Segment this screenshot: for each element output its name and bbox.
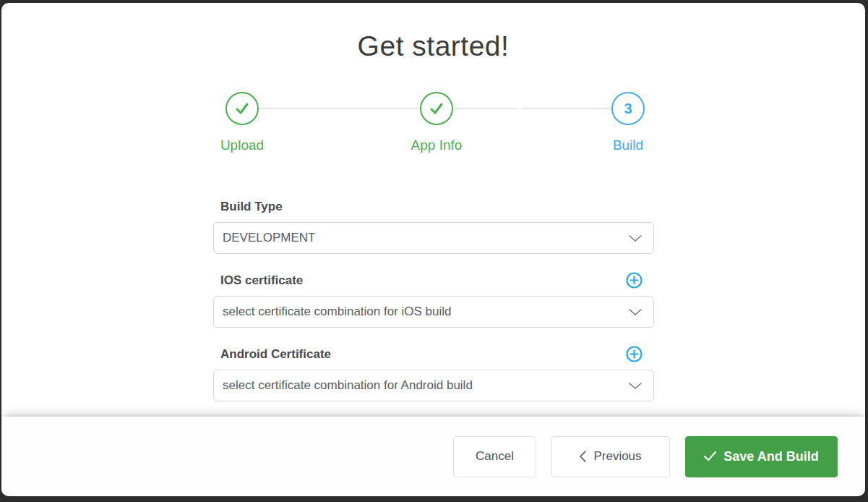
step-app-info-indicator[interactable] (420, 92, 453, 125)
step-app-info-label: App Info (379, 137, 494, 153)
ios-certificate-label: IOS certificate (220, 273, 303, 288)
dialog-title: Get started! (1, 30, 865, 62)
chevron-left-icon (580, 451, 586, 462)
save-and-build-button[interactable]: Save And Build (685, 436, 838, 477)
chevron-down-icon (629, 309, 642, 316)
step-build-label: Build (570, 137, 686, 153)
step-number: 3 (624, 101, 632, 117)
check-icon (704, 451, 716, 461)
build-type-value: DEVELOPMENT (223, 231, 315, 245)
android-certificate-value: select certificate combination for Andro… (223, 378, 473, 393)
stepper-track-gap (517, 107, 522, 110)
android-certificate-label: Android Certificate (220, 347, 331, 362)
previous-button-label: Previous (593, 449, 641, 464)
build-type-label: Build Type (220, 200, 283, 214)
cancel-button[interactable]: Cancel (453, 436, 536, 477)
android-certificate-select[interactable]: select certificate combination for Andro… (213, 370, 654, 401)
add-ios-certificate-button[interactable] (626, 272, 643, 289)
step-upload-indicator[interactable] (225, 92, 259, 125)
build-type-select[interactable]: DEVELOPMENT (213, 222, 654, 254)
previous-button[interactable]: Previous (551, 436, 670, 477)
dialog-backdrop: Get started! Upload App Info 3 Build Bui… (0, 0, 868, 502)
ios-certificate-select[interactable]: select certificate combination for iOS b… (213, 296, 654, 328)
step-build-indicator[interactable]: 3 (611, 92, 645, 125)
get-started-dialog: Get started! Upload App Info 3 Build Bui… (1, 3, 865, 496)
plus-circle-icon (626, 272, 643, 289)
dialog-footer: Cancel Previous Save And Build (1, 417, 865, 496)
check-icon (427, 99, 446, 118)
add-android-certificate-button[interactable] (626, 346, 643, 362)
ios-certificate-value: select certificate combination for iOS b… (223, 305, 452, 319)
cancel-button-label: Cancel (476, 449, 514, 464)
save-and-build-label: Save And Build (723, 449, 818, 464)
chevron-down-icon (629, 383, 642, 390)
plus-circle-icon (626, 346, 643, 362)
check-icon (233, 99, 252, 118)
step-upload-label: Upload (184, 137, 300, 153)
chevron-down-icon (629, 235, 642, 242)
